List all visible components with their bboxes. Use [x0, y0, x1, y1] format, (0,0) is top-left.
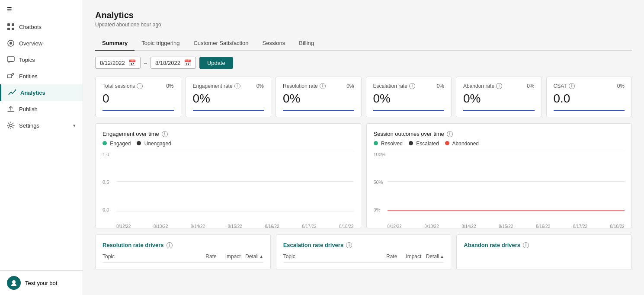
metric-label-abandon-rate: Abandon rate — [463, 83, 494, 89]
metric-change-resolution-rate: 0% — [346, 83, 354, 89]
info-icon-sessions[interactable]: i — [447, 131, 453, 137]
chevron-down-icon: ▾ — [73, 123, 76, 128]
engagement-x-labels: 8/12/22 8/13/22 8/14/22 8/15/22 8/16/22 … — [116, 224, 354, 229]
start-date-input[interactable]: 8/12/2022 📅 — [95, 57, 141, 69]
test-bot-button[interactable]: Test your bot — [0, 270, 83, 295]
tag-icon — [7, 72, 15, 80]
grid-icon — [7, 23, 15, 31]
update-button[interactable]: Update — [199, 57, 233, 69]
metric-header-csat: CSAT i 0% — [554, 83, 625, 89]
info-icon-resolution-rate[interactable]: i — [320, 83, 326, 89]
metric-bar-total-sessions — [103, 110, 174, 111]
sidebar-item-label: Entities — [19, 73, 38, 80]
tab-customer-satisfaction[interactable]: Customer Satisfaction — [186, 36, 255, 51]
metric-card-engagement-rate: Engagement rate i 0% 0% — [186, 77, 272, 117]
metric-header-abandon-rate: Abandon rate i 0% — [463, 83, 535, 89]
metric-card-total-sessions: Total sessions i 0% 0 — [95, 77, 181, 117]
sidebar-item-publish[interactable]: Publish — [0, 101, 83, 117]
svg-rect-2 — [7, 28, 10, 30]
sort-icon-escalation: ▲ — [440, 254, 444, 259]
metric-label-group-escalation-rate: Escalation rate i — [373, 83, 415, 89]
date-separator: – — [144, 60, 147, 66]
escalation-rate-drivers-card: Escalation rate drivers i Topic Rate Imp… — [276, 234, 452, 270]
metric-header-escalation-rate: Escalation rate i 0% — [373, 83, 445, 89]
sidebar-item-topics[interactable]: Topics — [0, 51, 83, 68]
metric-bar-resolution-rate — [283, 110, 354, 111]
charts-row: Engagement over time i Engaged Unengaged… — [95, 123, 632, 228]
svg-rect-6 — [7, 57, 14, 61]
session-outcomes-x-labels: 8/12/22 8/13/22 8/14/22 8/15/22 8/16/22 … — [388, 224, 625, 229]
metric-value-csat: 0.0 — [554, 92, 625, 106]
chat-icon — [7, 56, 15, 64]
abandon-drivers-title: Abandon rate drivers i — [464, 242, 625, 248]
col-rate-escalation: Rate — [376, 253, 397, 260]
sidebar-item-analytics[interactable]: Analytics — [0, 84, 83, 101]
metric-change-escalation-rate: 0% — [437, 83, 444, 89]
metric-label-engagement-rate: Engagement rate — [193, 83, 233, 89]
col-topic-resolution: Topic — [103, 253, 196, 260]
info-icon-csat[interactable]: i — [569, 83, 575, 89]
tab-billing[interactable]: Billing — [292, 36, 321, 51]
col-rate-resolution: Rate — [196, 253, 217, 260]
engagement-svg: 8/12/22 8/13/22 8/14/22 8/15/22 8/16/22 … — [116, 152, 354, 221]
metric-change-csat: 0% — [617, 83, 625, 89]
session-outcomes-svg: 8/12/22 8/13/22 8/14/22 8/15/22 8/16/22 … — [388, 152, 625, 221]
metric-value-abandon-rate: 0% — [463, 92, 535, 106]
col-impact-resolution: Impact — [217, 253, 241, 260]
tab-sessions[interactable]: Sessions — [256, 36, 292, 51]
gear-icon — [7, 122, 15, 129]
metric-bar-escalation-rate — [373, 110, 445, 111]
end-date-input[interactable]: 8/18/2022 📅 — [151, 57, 196, 69]
hamburger-button[interactable]: ☰ — [0, 0, 83, 19]
svg-point-5 — [10, 42, 12, 45]
tab-summary[interactable]: Summary — [95, 36, 135, 51]
session-outcomes-y-labels: 100% 50% 0% — [374, 152, 386, 212]
sidebar-item-label: Overview — [19, 40, 42, 47]
info-icon-escalation-rate[interactable]: i — [409, 83, 415, 89]
test-bot-label: Test your bot — [25, 280, 57, 286]
sidebar-item-label: Topics — [19, 57, 35, 63]
info-icon-total-sessions[interactable]: i — [137, 83, 143, 89]
metric-label-group-abandon-rate: Abandon rate i — [463, 83, 502, 89]
legend-escalated: Escalated — [409, 141, 439, 147]
tab-topic-triggering[interactable]: Topic triggering — [135, 36, 186, 51]
metric-card-escalation-rate: Escalation rate i 0% 0% — [366, 77, 452, 117]
end-date-value: 8/18/2022 — [155, 60, 180, 66]
sidebar-item-overview[interactable]: Overview — [0, 35, 83, 51]
metric-change-abandon-rate: 0% — [527, 83, 534, 89]
metric-label-escalation-rate: Escalation rate — [373, 83, 407, 89]
sidebar-item-entities[interactable]: Entities — [0, 68, 83, 84]
metric-value-total-sessions: 0 — [103, 92, 174, 106]
sidebar-item-chatbots[interactable]: Chatbots — [0, 19, 83, 35]
metric-label-group-resolution-rate: Resolution rate i — [283, 83, 326, 89]
sidebar-item-settings[interactable]: Settings ▾ — [0, 117, 83, 134]
metric-label-resolution-rate: Resolution rate — [283, 83, 318, 89]
bot-avatar — [7, 276, 21, 290]
legend-resolved: Resolved — [374, 141, 403, 147]
info-icon-resolution[interactable]: i — [167, 242, 173, 248]
info-icon-engagement[interactable]: i — [162, 131, 168, 137]
resolution-rate-drivers-card: Resolution rate drivers i Topic Rate Imp… — [95, 234, 271, 270]
metric-bar-csat — [554, 110, 625, 111]
driver-cards-row: Resolution rate drivers i Topic Rate Imp… — [95, 234, 632, 270]
metric-value-escalation-rate: 0% — [373, 92, 445, 106]
metric-bar-engagement-rate — [193, 110, 264, 111]
sidebar-item-label: Chatbots — [19, 24, 42, 30]
sidebar-item-label: Publish — [19, 106, 38, 112]
hamburger-icon: ☰ — [7, 6, 12, 13]
sort-icon-resolution: ▲ — [260, 254, 263, 259]
info-icon-escalation[interactable]: i — [346, 242, 352, 248]
page-subtitle: Updated about one hour ago — [95, 22, 632, 28]
info-icon-abandon[interactable]: i — [523, 242, 529, 248]
col-detail-resolution: Detail ▲ — [241, 253, 263, 260]
resolution-table-header: Topic Rate Impact Detail ▲ — [103, 253, 263, 263]
metric-header-resolution-rate: Resolution rate i 0% — [283, 83, 354, 89]
resolution-drivers-title: Resolution rate drivers i — [103, 242, 263, 248]
legend-abandoned: Abandoned — [445, 141, 479, 147]
info-icon-engagement-rate[interactable]: i — [234, 83, 240, 89]
tabs-container: Summary Topic triggering Customer Satisf… — [95, 36, 632, 51]
date-range-row: 8/12/2022 📅 – 8/18/2022 📅 Update — [95, 57, 632, 69]
metric-card-abandon-rate: Abandon rate i 0% 0% — [456, 77, 542, 117]
sidebar: ☰ Chatbots Overview Top — [0, 0, 83, 295]
info-icon-abandon-rate[interactable]: i — [496, 83, 502, 89]
